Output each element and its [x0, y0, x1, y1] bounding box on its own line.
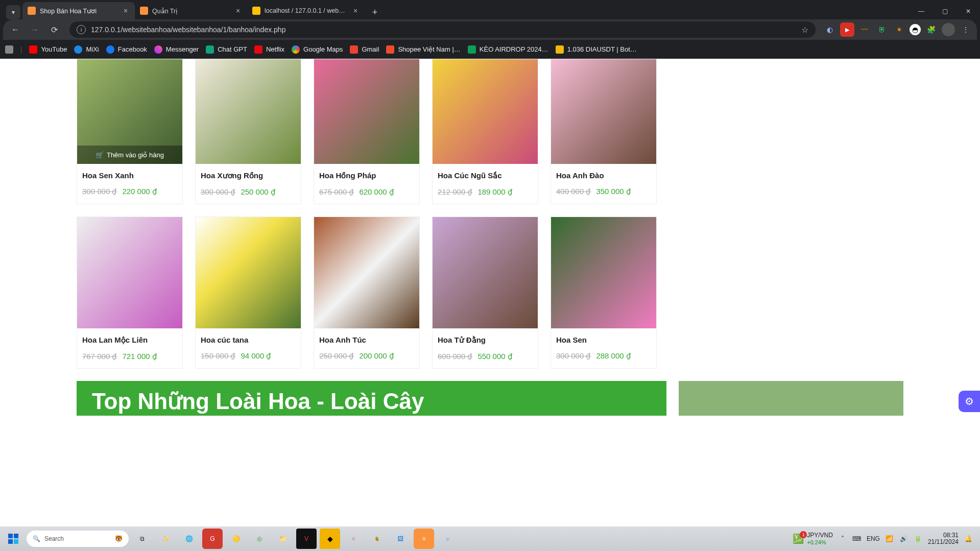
bookmark-netflix[interactable]: Netflix	[254, 45, 284, 54]
product-name: Hoa Cúc Ngũ Sắc	[438, 171, 533, 180]
battery-icon[interactable]: 🔋	[914, 534, 923, 543]
tray-chevron-icon[interactable]: ˄	[838, 534, 847, 543]
tab-admin[interactable]: Quản Trị ×	[135, 2, 247, 19]
task-view-button[interactable]: ⧉	[132, 529, 152, 549]
xampp-icon	[140, 7, 148, 15]
tray-keyboard-icon[interactable]: ⌨	[852, 534, 862, 543]
chrome-button[interactable]: 🟡	[226, 529, 246, 549]
stock-widget[interactable]: 💹1 JPY/VND+0.24%	[793, 532, 833, 545]
bookmark-label: 1.036 DIAUSDT | Bot…	[567, 45, 637, 53]
copilot-button[interactable]: ✨	[155, 529, 176, 549]
tab-search-button[interactable]: ▾	[6, 5, 20, 19]
add-to-cart-button[interactable]: 🛒Thêm vào giỏ hàng	[77, 146, 182, 164]
stock-badge: 1	[800, 531, 807, 538]
product-card[interactable]: Hoa Sen300 000 ₫288 000 ₫	[551, 217, 657, 369]
maximize-button[interactable]: ▢	[933, 3, 957, 19]
xampp-icon	[28, 7, 36, 15]
close-icon[interactable]: ×	[234, 7, 242, 15]
price-new: 350 000 ₫	[596, 187, 631, 196]
product-image	[551, 59, 656, 164]
product-card[interactable]: Hoa Tử Đằng600 000 ₫550 000 ₫	[432, 217, 538, 369]
volume-icon[interactable]: 🔊	[899, 534, 909, 543]
app-button[interactable]: ◆	[320, 529, 340, 549]
close-window-button[interactable]: ✕	[957, 3, 980, 19]
product-image	[196, 217, 301, 328]
wifi-icon[interactable]: 📶	[885, 534, 894, 543]
product-card[interactable]: Hoa cúc tana150 000 ₫94 000 ₫	[195, 217, 301, 369]
product-card[interactable]: Hoa Anh Túc250 000 ₫200 000 ₫	[314, 217, 420, 369]
extension-icon[interactable]: ⛨	[875, 22, 889, 37]
edge-button[interactable]: 🌐	[179, 529, 199, 549]
settings-float-button[interactable]: ⚙	[959, 391, 980, 412]
bookmark-messenger[interactable]: Messenger	[154, 45, 199, 54]
product-name: Hoa Sen Xanh	[82, 171, 177, 180]
explorer-button[interactable]: 📁	[273, 529, 293, 549]
minimize-button[interactable]: ―	[910, 3, 933, 19]
xampp-button[interactable]: ⌗	[414, 529, 434, 549]
product-card[interactable]: Hoa Xương Rồng300 000 ₫250 000 ₫	[195, 59, 301, 204]
product-card[interactable]: Hoa Anh Đào400 000 ₫350 000 ₫	[551, 59, 657, 204]
bookmark-star-icon[interactable]: ☆	[801, 25, 808, 35]
extension-icon[interactable]: ▶	[840, 22, 854, 37]
omnibox[interactable]: i 127.0.0.1/websitebanhoa/websitebanhoa/…	[69, 21, 816, 38]
new-tab-button[interactable]: +	[368, 5, 382, 19]
extension-icon[interactable]: ◐	[823, 22, 837, 37]
notifications-icon[interactable]: 🔔	[964, 534, 973, 543]
extensions-button[interactable]: 🧩	[924, 22, 938, 37]
bookmark-shopee[interactable]: Shopee Việt Nam |…	[386, 45, 460, 54]
extension-icon[interactable]: 〰	[857, 22, 872, 37]
reload-button[interactable]: ⟳	[46, 21, 62, 38]
vscode-button[interactable]: ⟐	[437, 529, 458, 549]
forward-button[interactable]: →	[27, 21, 43, 38]
price-new: 721 000 ₫	[122, 352, 157, 361]
app-button[interactable]: ⌗	[343, 529, 364, 549]
start-button[interactable]	[3, 529, 23, 549]
tray-clock[interactable]: 08:31 21/11/2024	[928, 532, 959, 545]
chrome-menu-button[interactable]: ⋮	[959, 22, 973, 37]
price-new: 200 000 ₫	[359, 351, 394, 361]
product-card[interactable]: Hoa Hồng Pháp675 000 ₫620 000 ₫	[314, 59, 420, 204]
bookmark-label: Gmail	[362, 45, 379, 53]
extension-icon[interactable]: ◓	[910, 24, 921, 35]
product-card[interactable]: Hoa Lan Mộc Liên767 000 ₫721 000 ₫	[77, 217, 183, 369]
bookmark-chatgpt[interactable]: Chat GPT	[206, 45, 247, 54]
tab-title: Quản Trị	[152, 7, 230, 15]
window-controls: ― ▢ ✕	[910, 3, 980, 19]
page-viewport[interactable]: 🛒Thêm vào giỏ hàng Hoa Sen Xanh 300 000 …	[0, 59, 980, 534]
app-button[interactable]: G	[202, 529, 223, 549]
bookmark-gmail[interactable]: Gmail	[350, 45, 379, 54]
tab-phpmyadmin[interactable]: localhost / 127.0.0.1 / webbanh ×	[247, 2, 365, 19]
product-name: Hoa Anh Túc	[319, 336, 414, 344]
product-name: Hoa Tử Đằng	[438, 336, 533, 345]
app-button[interactable]: V	[296, 529, 317, 549]
product-card[interactable]: 🛒Thêm vào giỏ hàng Hoa Sen Xanh 300 000 …	[77, 59, 183, 204]
tray-language[interactable]: ENG	[867, 535, 880, 542]
product-card[interactable]: Hoa Cúc Ngũ Sắc212 000 ₫189 000 ₫	[432, 59, 538, 204]
facebook-icon	[106, 45, 114, 54]
bookmark-binance[interactable]: 1.036 DIAUSDT | Bot…	[556, 45, 637, 54]
price-old: 600 000 ₫	[438, 352, 472, 361]
close-icon[interactable]: ×	[122, 7, 130, 15]
bookmark-maps[interactable]: Google Maps	[292, 45, 343, 54]
taskbar-search[interactable]: 🔍 Search 🐯	[27, 531, 129, 547]
product-name: Hoa Xương Rồng	[201, 171, 296, 180]
bookmark-facebook[interactable]: Facebook	[106, 45, 147, 54]
close-icon[interactable]: ×	[351, 7, 360, 15]
bookmark-youtube[interactable]: YouTube	[29, 45, 67, 54]
tab-shop[interactable]: Shop Bán Hoa Tươi ×	[22, 2, 135, 19]
extension-icon[interactable]: ✶	[892, 22, 906, 37]
url-text: 127.0.0.1/websitebanhoa/websitebanhoa/1/…	[91, 26, 796, 34]
product-name: Hoa Anh Đào	[556, 171, 651, 180]
apps-button[interactable]	[5, 45, 13, 54]
gmail-icon	[350, 45, 358, 54]
price-old: 767 000 ₫	[82, 352, 117, 361]
site-info-icon[interactable]: i	[77, 25, 86, 34]
bookmark-mixi[interactable]: MiXi	[74, 45, 99, 54]
phpmyadmin-icon	[252, 7, 260, 15]
app-button[interactable]: ◎	[249, 529, 270, 549]
price-new: 189 000 ₫	[477, 187, 512, 197]
bookmark-airdrop[interactable]: KÈO AIRDROP 2024…	[468, 45, 548, 54]
app-button[interactable]: ♞	[367, 529, 387, 549]
back-button[interactable]: ←	[7, 21, 23, 38]
profile-button[interactable]	[941, 22, 955, 37]
